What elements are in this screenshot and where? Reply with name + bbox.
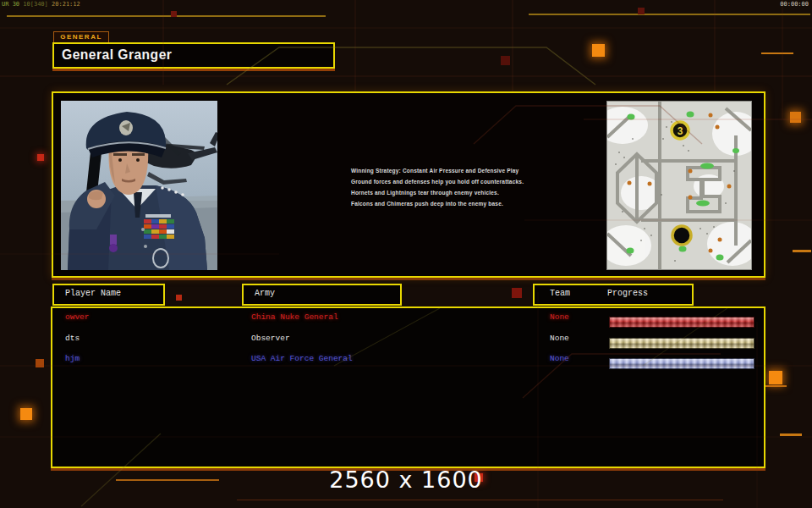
- player-name: dts: [65, 334, 80, 343]
- player-name: owver: [65, 312, 90, 322]
- portrait-art: [61, 101, 217, 270]
- general-title-box: General Granger: [52, 42, 335, 69]
- decor-square: [769, 371, 782, 384]
- player-row: dts Observer None: [52, 334, 764, 345]
- decor-square: [171, 11, 177, 17]
- decor-square: [592, 44, 605, 57]
- decor-dash: [761, 52, 793, 54]
- column-header-player-name: Player Name: [52, 284, 165, 306]
- resolution-watermark: 2560 x 1600: [329, 467, 483, 493]
- fps-counter: UR 30: [2, 1, 19, 8]
- briefing-line: Winning Strategy: Constant Air Pressure …: [351, 168, 579, 174]
- page-title: General Granger: [62, 47, 172, 64]
- decor-dash: [780, 433, 802, 436]
- decor-square: [36, 359, 44, 367]
- decor-line: [7, 15, 326, 17]
- header-label-team: Team: [550, 289, 570, 298]
- debug-overlay-text: UR 30 10[340] 20:21:12: [2, 1, 80, 8]
- decor-dash: [116, 479, 219, 481]
- strategy-briefing: Winning Strategy: Constant Air Pressure …: [351, 168, 579, 212]
- decor-square: [512, 288, 522, 298]
- decor-square: [501, 56, 510, 65]
- decor-square: [638, 8, 645, 14]
- decor-dash: [793, 250, 811, 252]
- decor-square: [176, 295, 182, 301]
- decor-square: [37, 154, 44, 161]
- player-list-panel: owver China Nuke General None dts Observ…: [51, 306, 765, 468]
- player-team: None: [550, 334, 569, 343]
- header-label-progress: Progress: [607, 289, 648, 298]
- debug-detail: 10[340]: [23, 1, 48, 8]
- loading-progress-bar: [609, 338, 754, 349]
- general-tab-label: GENERAL: [53, 31, 109, 43]
- briefing-line: Falcons and Chimeras push deep into the …: [351, 201, 579, 207]
- general-info-panel: Winning Strategy: Constant Air Pressure …: [52, 91, 765, 278]
- column-header-army: Army: [242, 284, 402, 306]
- player-army: China Nuke General: [251, 312, 338, 322]
- generals-loading-screen: { "status_bar": { "debug": { "fps": "UR …: [0, 0, 812, 508]
- player-army: Observer: [251, 334, 290, 343]
- loading-progress-bar: [609, 358, 754, 369]
- header-label: Army: [255, 289, 275, 298]
- player-name: hjm: [65, 354, 80, 363]
- player-row: hjm USA Air Force General None: [52, 354, 764, 366]
- start-position-number: 3: [678, 125, 683, 137]
- match-timer: 00:00:00: [780, 1, 809, 8]
- map-preview-art: 3: [607, 102, 751, 269]
- header-label: Player Name: [65, 289, 121, 298]
- general-portrait-image: [61, 101, 217, 270]
- loading-progress-bar: [609, 317, 754, 328]
- player-team: None: [550, 312, 569, 322]
- decor-square: [790, 112, 801, 123]
- column-header-team-progress: Team Progress: [533, 284, 694, 306]
- debug-clock: 20:21:12: [52, 1, 80, 8]
- player-army: USA Air Force General: [251, 354, 353, 363]
- decor-square: [20, 408, 32, 420]
- start-position-marker-empty: [672, 226, 691, 245]
- start-position-marker: 3: [672, 122, 689, 139]
- map-preview: 3: [606, 101, 752, 270]
- decor-line: [237, 500, 723, 500]
- briefing-line: Ground forces and defenses help you hold…: [351, 179, 579, 185]
- player-row: owver China Nuke General None: [52, 312, 764, 324]
- player-team: None: [550, 354, 569, 363]
- decor-line: [529, 14, 810, 15]
- briefing-line: Hornets and Lightnings tear through enem…: [351, 190, 579, 196]
